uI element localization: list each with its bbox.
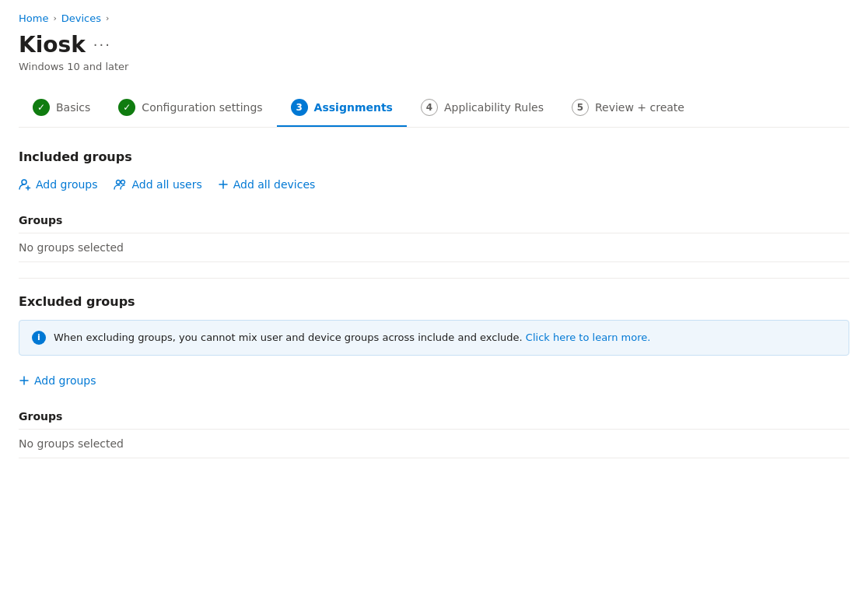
excluded-groups-header: Excluded groups: [19, 294, 849, 309]
step-badge-assignments: 3: [291, 99, 308, 116]
wizard-step-basics[interactable]: ✓ Basics: [19, 91, 104, 127]
table-row: No groups selected: [19, 233, 849, 262]
add-all-users-label: Add all users: [132, 178, 202, 191]
breadcrumb-devices[interactable]: Devices: [61, 12, 101, 24]
breadcrumb-chevron-1: ›: [53, 13, 56, 23]
step-label-review: Review + create: [595, 101, 684, 114]
info-banner-main-text: When excluding groups, you cannot mix us…: [54, 332, 523, 343]
svg-point-0: [22, 180, 26, 184]
wizard-step-review[interactable]: 5 Review + create: [558, 91, 698, 127]
step-label-applicability: Applicability Rules: [444, 101, 544, 114]
add-all-users-icon: [114, 178, 128, 191]
add-all-devices-label: Add all devices: [233, 178, 316, 191]
step-badge-basics: ✓: [33, 99, 50, 116]
page-subtitle: Windows 10 and later: [19, 61, 849, 72]
step-label-config: Configuration settings: [142, 101, 262, 114]
add-groups-included-button[interactable]: Add groups: [19, 175, 98, 194]
step-badge-config: ✓: [118, 99, 135, 116]
excluded-groups-column-header: Groups: [19, 404, 849, 430]
more-options-button[interactable]: ···: [93, 37, 111, 53]
add-groups-excluded-label: Add groups: [34, 374, 96, 387]
add-all-devices-button[interactable]: Add all devices: [218, 175, 316, 194]
breadcrumb-home[interactable]: Home: [19, 12, 48, 24]
excluded-groups-section: Excluded groups i When excluding groups,…: [19, 294, 849, 458]
info-banner-link[interactable]: Click here to learn more.: [526, 332, 651, 343]
add-groups-excluded-button[interactable]: Add groups: [19, 371, 96, 390]
excluded-groups-actions: Add groups: [19, 371, 849, 390]
step-label-basics: Basics: [56, 101, 90, 114]
step-badge-applicability: 4: [421, 99, 438, 116]
step-label-assignments: Assignments: [314, 101, 393, 114]
page-title: Kiosk: [19, 32, 86, 58]
section-divider: [19, 278, 849, 279]
excluded-groups-table: Groups No groups selected: [19, 404, 849, 458]
add-all-devices-icon: [218, 179, 229, 190]
wizard-step-applicability[interactable]: 4 Applicability Rules: [407, 91, 558, 127]
excluded-groups-empty-message: No groups selected: [19, 429, 849, 458]
wizard-steps: ✓ Basics ✓ Configuration settings 3 Assi…: [19, 91, 849, 128]
info-banner-text: When excluding groups, you cannot mix us…: [54, 330, 650, 346]
step-badge-review: 5: [572, 99, 589, 116]
svg-point-4: [121, 181, 124, 184]
add-groups-user-icon: [19, 178, 31, 191]
breadcrumb-chevron-2: ›: [106, 13, 109, 23]
included-groups-table: Groups No groups selected: [19, 208, 849, 262]
svg-point-3: [116, 181, 120, 184]
wizard-step-config[interactable]: ✓ Configuration settings: [104, 91, 276, 127]
add-all-users-button[interactable]: Add all users: [114, 175, 202, 194]
wizard-step-assignments[interactable]: 3 Assignments: [277, 91, 407, 127]
add-groups-included-label: Add groups: [36, 178, 98, 191]
add-groups-excluded-icon: [19, 375, 30, 386]
included-groups-actions: Add groups Add all users Add all devices: [19, 175, 849, 194]
page-header: Kiosk ··· Windows 10 and later: [19, 32, 849, 72]
included-groups-empty-message: No groups selected: [19, 233, 849, 262]
info-icon: i: [32, 331, 46, 345]
info-banner: i When excluding groups, you cannot mix …: [19, 320, 849, 356]
table-row: No groups selected: [19, 429, 849, 458]
breadcrumb: Home › Devices ›: [19, 12, 849, 24]
included-groups-header: Included groups: [19, 149, 849, 164]
included-groups-column-header: Groups: [19, 208, 849, 233]
included-groups-section: Included groups Add groups Add all users: [19, 149, 849, 262]
